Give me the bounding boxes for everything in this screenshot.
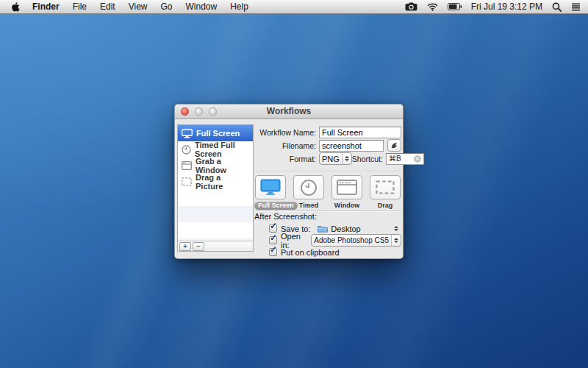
clock-icon	[182, 145, 191, 155]
checkmark-icon: ✓	[270, 244, 277, 255]
desktop: Finder File Edit View Go Window Help Fri…	[0, 0, 588, 368]
format-shortcut-row: Format: PNG Shortcut: ⌘B ✕	[254, 152, 401, 165]
workflow-list: Full Screen Timed Full Screen Grab a Win…	[177, 124, 254, 252]
open-in-popup[interactable]: Adobe Photoshop CS5	[311, 234, 401, 247]
wifi-icon[interactable]	[427, 3, 438, 11]
workflow-row-grab-a-window[interactable]: Grab a Window	[178, 158, 253, 174]
menu-bar: Finder File Edit View Go Window Help Fri…	[0, 0, 588, 14]
save-to-value[interactable]: Desktop	[331, 224, 360, 233]
mode-label-full-screen[interactable]: Full Screen	[254, 202, 287, 210]
separator	[254, 171, 401, 172]
filename-row: Filename:	[254, 139, 401, 152]
workflow-name-label: Workflow Name:	[254, 128, 316, 137]
menu-window[interactable]: Window	[179, 0, 224, 14]
workflow-row-label: Timed Full Screen	[195, 141, 249, 158]
format-popup[interactable]: PNG	[319, 152, 352, 165]
display-icon	[260, 179, 281, 196]
menubar-clock[interactable]: Fri Jul 19 3:12 PM	[471, 1, 542, 12]
apple-icon	[11, 1, 21, 13]
checkmark-icon: ✓	[270, 233, 277, 243]
menu-go[interactable]: Go	[154, 0, 179, 14]
mode-window-button[interactable]	[331, 175, 362, 199]
menu-file[interactable]: File	[66, 0, 93, 14]
camera-icon[interactable]	[405, 2, 417, 11]
mode-label-window[interactable]: Window	[331, 202, 363, 210]
workflow-settings-panel: Workflow Name: Filename: Format: PNG S	[254, 126, 401, 166]
display-icon	[182, 129, 193, 138]
shortcut-value: ⌘B	[389, 155, 401, 163]
window-icon	[337, 180, 357, 195]
clipboard-row: ✓ Put on clipboard	[254, 247, 401, 258]
format-value: PNG	[320, 155, 342, 163]
popup-arrows-icon	[391, 235, 401, 246]
workflow-row-label: Full Screen	[196, 129, 240, 138]
dashed-rect-icon	[376, 180, 395, 194]
mode-window: Window	[331, 175, 363, 210]
mode-drag: Drag	[369, 175, 401, 210]
clock-icon	[300, 179, 318, 197]
mode-label-timed[interactable]: Timed	[293, 202, 325, 210]
mode-timed-button[interactable]	[293, 175, 324, 199]
checkmark-icon: ✓	[270, 221, 277, 231]
mode-full-screen-button[interactable]	[255, 175, 286, 199]
filename-label: Filename:	[254, 141, 316, 150]
apple-menu[interactable]	[6, 1, 26, 13]
menu-view[interactable]: View	[122, 0, 154, 14]
remove-workflow-button[interactable]: −	[193, 242, 204, 251]
open-in-value: Adobe Photoshop CS5	[312, 236, 391, 244]
menu-finder[interactable]: Finder	[26, 0, 66, 14]
workflow-list-toolbar: + −	[178, 241, 253, 251]
menu-list-icon[interactable]	[571, 3, 581, 11]
spotlight-icon[interactable]	[552, 2, 562, 12]
mode-timed: Timed	[293, 175, 325, 210]
popup-arrows-icon	[342, 153, 351, 164]
menu-edit[interactable]: Edit	[93, 0, 122, 14]
window-titlebar[interactable]: Workflows	[175, 105, 403, 119]
filename-token-button[interactable]	[387, 139, 401, 152]
clipboard-label: Put on clipboard	[281, 248, 340, 257]
window-icon	[182, 161, 192, 170]
save-to-checkbox[interactable]: ✓	[269, 224, 277, 233]
quill-icon	[390, 141, 398, 149]
menu-help[interactable]: Help	[223, 0, 255, 14]
open-in-checkbox[interactable]: ✓	[269, 236, 277, 244]
workflow-row-label: Grab a Window	[196, 157, 249, 174]
close-button[interactable]	[181, 107, 189, 116]
workflow-row-timed-full-screen[interactable]: Timed Full Screen	[178, 141, 253, 158]
workflow-row-drag-a-picture[interactable]: Drag a Picture	[178, 174, 253, 190]
after-screenshot-section: After Screenshot: ✓ Save to: Desktop ✓ O…	[254, 212, 401, 258]
shortcut-label: Shortcut:	[352, 155, 386, 163]
zoom-button[interactable]	[209, 107, 217, 116]
filename-input[interactable]	[319, 140, 384, 152]
open-in-label: Open in:	[281, 232, 306, 250]
battery-icon[interactable]	[448, 3, 462, 10]
mode-full-screen: Full Screen	[254, 175, 287, 210]
workflow-row-full-screen[interactable]: Full Screen	[178, 125, 253, 141]
add-workflow-button[interactable]: +	[179, 242, 191, 251]
minimize-button[interactable]	[195, 107, 203, 116]
save-to-popup-arrows[interactable]	[394, 226, 398, 231]
workflows-window: Workflows Full Screen	[174, 104, 404, 259]
workflow-row-label: Drag a Picture	[196, 173, 249, 191]
mode-label-drag[interactable]: Drag	[369, 202, 401, 210]
workflow-name-input[interactable]	[319, 127, 401, 138]
workflow-list-rows: Full Screen Timed Full Screen Grab a Win…	[178, 125, 253, 241]
format-label: Format:	[254, 155, 316, 163]
workflow-name-row: Workflow Name:	[254, 126, 401, 138]
folder-icon	[318, 224, 328, 233]
shortcut-clear-icon[interactable]: ✕	[414, 155, 421, 163]
capture-mode-group: Full Screen Timed Window	[254, 175, 401, 210]
clipboard-checkbox[interactable]: ✓	[269, 248, 277, 256]
shortcut-field[interactable]: ⌘B ✕	[386, 153, 424, 165]
mode-drag-button[interactable]	[370, 175, 401, 199]
dashed-rect-icon	[182, 177, 192, 186]
